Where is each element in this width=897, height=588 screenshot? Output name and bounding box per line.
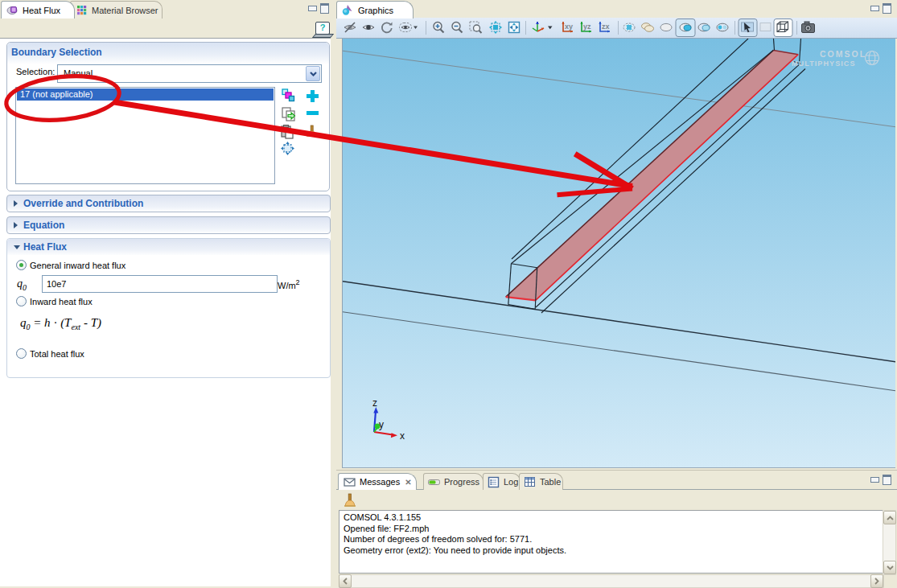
svg-text:MULTIPHYSICS: MULTIPHYSICS (792, 60, 856, 68)
svg-text:xy: xy (565, 23, 573, 31)
svg-text:y: y (379, 419, 384, 430)
svg-text:yz: yz (583, 23, 591, 31)
svg-text:z: z (372, 397, 377, 409)
svg-text:x: x (400, 430, 405, 442)
svg-text:COMSOL: COMSOL (820, 49, 866, 59)
svg-text:zx: zx (602, 23, 610, 31)
